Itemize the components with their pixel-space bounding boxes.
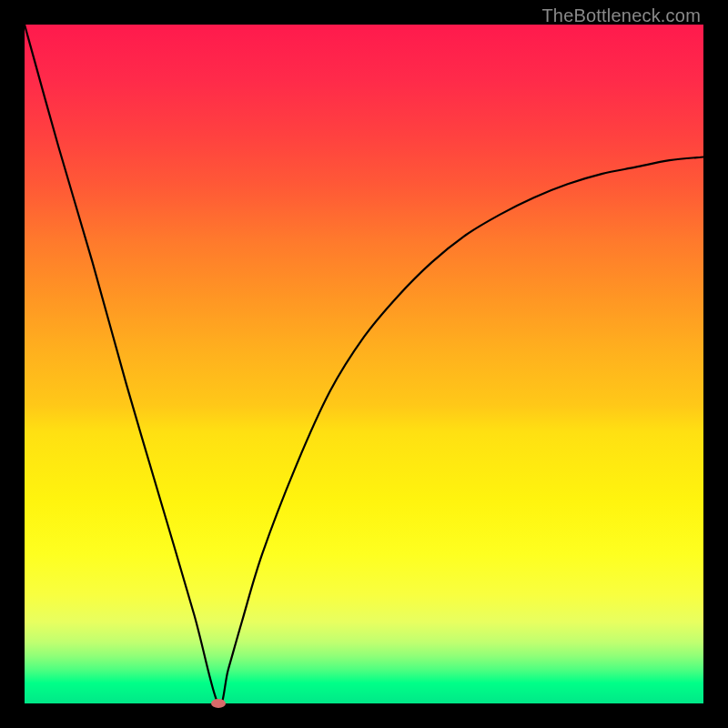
minimum-marker: [211, 699, 226, 708]
chart-frame: TheBottleneck.com: [0, 0, 728, 728]
bottleneck-curve: [25, 25, 703, 703]
curve-svg: [25, 25, 703, 703]
plot-area: [25, 25, 703, 703]
attribution-label: TheBottleneck.com: [541, 5, 701, 26]
